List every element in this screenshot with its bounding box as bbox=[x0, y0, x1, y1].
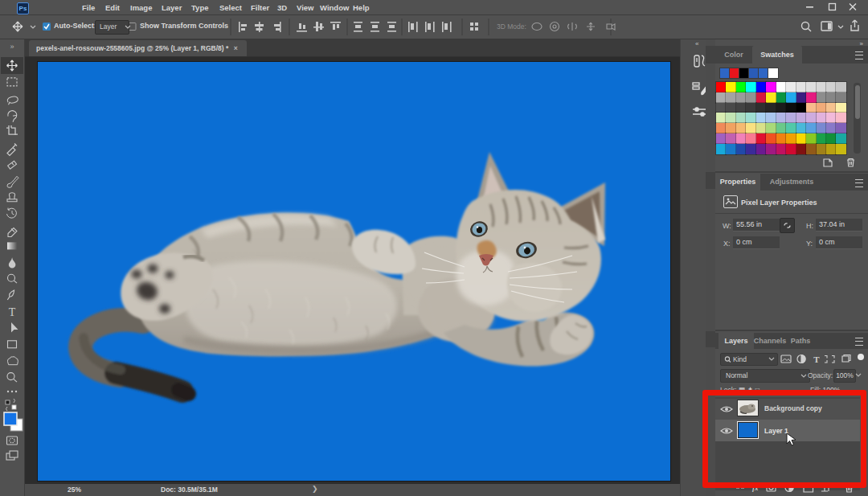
svg-text:T: T bbox=[9, 306, 16, 318]
svg-text:»: » bbox=[10, 43, 14, 51]
svg-text:3D Mode:: 3D Mode: bbox=[497, 23, 526, 31]
svg-text:T: T bbox=[813, 355, 820, 364]
